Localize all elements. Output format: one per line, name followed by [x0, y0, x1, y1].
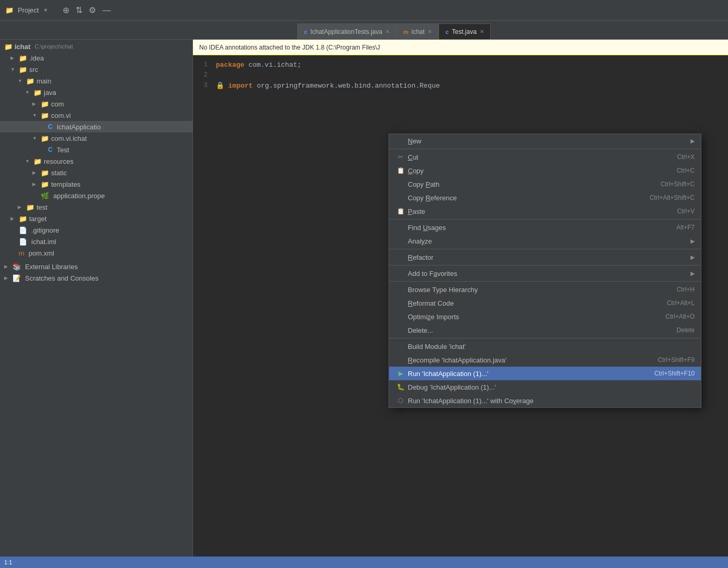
- tree-item-test[interactable]: ▶ 📁 test: [0, 201, 192, 213]
- tree-item-com-vi[interactable]: ▼ 📁 com.vi: [0, 110, 192, 121]
- tab-ichat-tests[interactable]: c IchatApplicationTests.java ✕: [297, 23, 396, 39]
- main-folder-icon: 📁: [26, 77, 34, 85]
- chevron-right-icon-target: ▶: [10, 216, 17, 221]
- shortcut-copy-path: Ctrl+Shift+C: [661, 180, 695, 188]
- menu-item-run-coverage[interactable]: ⬡ Run 'IchatApplication (1)...' with Cov…: [389, 394, 701, 407]
- menu-item-reformat[interactable]: Reformat Code Ctrl+Alt+L: [389, 296, 701, 310]
- tree-item-comviichat[interactable]: ▼ 📁 com.vi.ichat: [0, 132, 192, 144]
- chevron-right-icon-com: ▶: [32, 101, 39, 106]
- run-coverage-icon: ⬡: [395, 397, 406, 404]
- chevron-down-icon-src: ▼: [10, 67, 17, 72]
- menu-item-add-favorites[interactable]: Add to Favorites ▶: [389, 267, 701, 280]
- tree-item-ichat-app[interactable]: C IchatApplicatio: [0, 121, 192, 132]
- menu-item-build-module[interactable]: Build Module 'ichat': [389, 340, 701, 353]
- settings-icon[interactable]: ⚙: [89, 5, 96, 15]
- target-label: target: [29, 215, 46, 223]
- menu-item-recompile[interactable]: Recompile 'IchatApplication.java' Ctrl+S…: [389, 353, 701, 367]
- scratches-label: Scratches and Consoles: [25, 274, 99, 282]
- tree-item-gitignore[interactable]: 📄 .gitignore: [0, 224, 192, 236]
- git-icon: 📄: [19, 226, 27, 234]
- tree-item-src[interactable]: ▼ 📁 src: [0, 64, 192, 75]
- tab-close-1[interactable]: ✕: [385, 29, 390, 34]
- ichat-app-label: IchatApplicatio: [57, 123, 101, 131]
- shortcut-run: Ctrl+Shift+F10: [654, 370, 695, 377]
- chevron-down-icon-resources: ▼: [25, 159, 31, 164]
- tree-item-iml[interactable]: 📄 ichat.iml: [0, 236, 192, 247]
- project-dropdown-arrow[interactable]: ▼: [43, 7, 48, 13]
- main-layout: 📁 ichat C:\project\ichat ▶ 📁 .idea ▼ 📁 s…: [0, 40, 728, 568]
- test-folder-label: test: [37, 203, 47, 211]
- submenu-arrow-refactor: ▶: [690, 254, 695, 261]
- project-label[interactable]: Project: [18, 6, 39, 14]
- menu-item-paste[interactable]: 📋 Paste Ctrl+V: [389, 204, 701, 218]
- application-props-label: application.prope: [53, 192, 105, 200]
- chevron-right-icon-external: ▶: [4, 264, 10, 269]
- title-actions: ⊕ ⇅ ⚙ —: [63, 5, 111, 15]
- line-num-3: 3: [195, 82, 216, 89]
- tree-item-pom[interactable]: m pom.xml: [0, 247, 192, 259]
- chevron-right-icon-scratches: ▶: [4, 275, 10, 281]
- tree-item-external[interactable]: ▶ 📚 External Libraries: [0, 261, 192, 272]
- shortcut-cut: Ctrl+X: [677, 153, 695, 161]
- tab-icon-java-3: c: [445, 29, 448, 35]
- chevron-right-icon-static: ▶: [32, 170, 39, 175]
- comvi-folder-icon: 📁: [41, 112, 49, 119]
- menu-item-optimize[interactable]: Optimize Imports Ctrl+Alt+O: [389, 310, 701, 323]
- menu-item-copy-path[interactable]: Copy Path Ctrl+Shift+C: [389, 177, 701, 191]
- tree-item-com[interactable]: ▶ 📁 com: [0, 98, 192, 110]
- tree-item-java[interactable]: ▼ 📁 java: [0, 87, 192, 98]
- tab-label-1: IchatApplicationTests.java: [310, 28, 382, 35]
- tab-ichat[interactable]: m ichat ✕: [396, 23, 439, 39]
- root-label: ichat: [15, 43, 30, 51]
- tree-root[interactable]: 📁 ichat C:\project\ichat: [0, 41, 192, 52]
- menu-item-run[interactable]: ▶ Run 'IchatApplication (1)...' Ctrl+Shi…: [389, 367, 701, 380]
- shortcut-hierarchy: Ctrl+H: [677, 286, 695, 293]
- menu-item-delete[interactable]: Delete... Delete: [389, 323, 701, 337]
- tree-item-scratches[interactable]: ▶ 📝 Scratches and Consoles: [0, 272, 192, 284]
- comviichat-folder-icon: 📁: [41, 135, 49, 142]
- menu-label-run: Run 'IchatApplication (1)...': [408, 370, 654, 378]
- tab-test-java[interactable]: c Test.java ✕: [439, 23, 490, 39]
- chevron-down-icon-java: ▼: [25, 90, 31, 95]
- bottom-bar: 1:1: [0, 557, 728, 568]
- tree-item-main[interactable]: ▼ 📁 main: [0, 75, 192, 87]
- menu-item-refactor[interactable]: Refactor ▶: [389, 250, 701, 264]
- copy-icon: 📋: [395, 167, 406, 174]
- tree-item-static[interactable]: ▶ 📁 static: [0, 167, 192, 178]
- tree-item-application-props[interactable]: 🌿 application.prope: [0, 190, 192, 201]
- menu-label-cut: Cut: [408, 153, 677, 161]
- tree-item-test-class[interactable]: C Test: [0, 144, 192, 155]
- tree-item-idea[interactable]: ▶ 📁 .idea: [0, 52, 192, 64]
- java-label: java: [44, 89, 56, 96]
- tab-close-2[interactable]: ✕: [428, 29, 432, 34]
- com-label: com: [51, 100, 64, 108]
- tab-close-3[interactable]: ✕: [480, 29, 484, 34]
- static-label: static: [51, 169, 67, 177]
- menu-label-debug: Debug 'IchatApplication (1)...': [408, 383, 695, 391]
- tree-item-target[interactable]: ▶ 📁 target: [0, 213, 192, 224]
- context-menu: New ▶ ✂ Cut Ctrl+X 📋 Copy Ctrl+C Copy Pa…: [389, 134, 701, 408]
- add-icon[interactable]: ⊕: [63, 5, 69, 15]
- menu-item-cut[interactable]: ✂ Cut Ctrl+X: [389, 150, 701, 164]
- menu-item-debug[interactable]: 🐛 Debug 'IchatApplication (1)...': [389, 380, 701, 394]
- menu-item-copy[interactable]: 📋 Copy Ctrl+C: [389, 164, 701, 177]
- tree-item-templates[interactable]: ▶ 📁 templates: [0, 178, 192, 190]
- separator-3: [389, 249, 701, 249]
- scratches-icon: 📝: [13, 274, 21, 282]
- minimize-icon[interactable]: —: [102, 6, 111, 15]
- shortcut-optimize: Ctrl+Alt+O: [665, 313, 695, 320]
- iml-icon: 📄: [19, 238, 27, 246]
- root-path: C:\project\ichat: [34, 43, 72, 50]
- external-label: External Libraries: [25, 263, 78, 271]
- chevron-down-icon-comviichat: ▼: [32, 136, 39, 141]
- debug-icon: 🐛: [395, 383, 406, 391]
- arrows-icon[interactable]: ⇅: [76, 5, 82, 15]
- menu-item-analyze[interactable]: Analyze ▶: [389, 234, 701, 248]
- menu-item-new[interactable]: New ▶: [389, 134, 701, 148]
- code-line-1: 1 package com.vi.ichat;: [193, 59, 728, 70]
- menu-item-copy-reference[interactable]: Copy Reference Ctrl+Alt+Shift+C: [389, 191, 701, 204]
- menu-item-find-usages[interactable]: Find Usages Alt+F7: [389, 221, 701, 234]
- tree-item-resources[interactable]: ▼ 📁 resources: [0, 155, 192, 167]
- menu-item-browse-hierarchy[interactable]: Browse Type Hierarchy Ctrl+H: [389, 283, 701, 296]
- cut-icon: ✂: [395, 153, 406, 161]
